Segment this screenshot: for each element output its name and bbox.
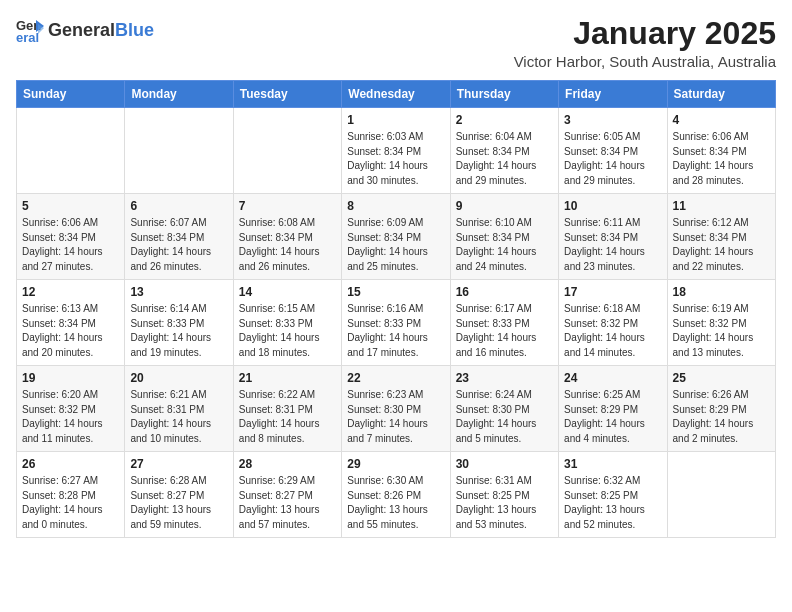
day-number: 4	[673, 113, 770, 127]
calendar-cell: 15Sunrise: 6:16 AM Sunset: 8:33 PM Dayli…	[342, 280, 450, 366]
logo-blue-text: Blue	[115, 20, 154, 41]
day-info: Sunrise: 6:06 AM Sunset: 8:34 PM Dayligh…	[22, 216, 119, 274]
day-number: 30	[456, 457, 553, 471]
calendar-cell: 16Sunrise: 6:17 AM Sunset: 8:33 PM Dayli…	[450, 280, 558, 366]
calendar-cell: 1Sunrise: 6:03 AM Sunset: 8:34 PM Daylig…	[342, 108, 450, 194]
page-header: Gen eral General Blue January 2025 Victo…	[16, 16, 776, 70]
calendar-cell: 25Sunrise: 6:26 AM Sunset: 8:29 PM Dayli…	[667, 366, 775, 452]
title-block: January 2025 Victor Harbor, South Austra…	[514, 16, 776, 70]
weekday-header-sunday: Sunday	[17, 81, 125, 108]
svg-text:eral: eral	[16, 30, 39, 44]
calendar-cell	[17, 108, 125, 194]
day-info: Sunrise: 6:27 AM Sunset: 8:28 PM Dayligh…	[22, 474, 119, 532]
day-info: Sunrise: 6:21 AM Sunset: 8:31 PM Dayligh…	[130, 388, 227, 446]
logo-icon: Gen eral	[16, 16, 44, 44]
day-number: 25	[673, 371, 770, 385]
logo-general-text: General	[48, 20, 115, 41]
day-number: 24	[564, 371, 661, 385]
calendar-cell	[125, 108, 233, 194]
day-info: Sunrise: 6:22 AM Sunset: 8:31 PM Dayligh…	[239, 388, 336, 446]
calendar-title: January 2025	[514, 16, 776, 51]
calendar-cell: 5Sunrise: 6:06 AM Sunset: 8:34 PM Daylig…	[17, 194, 125, 280]
day-info: Sunrise: 6:04 AM Sunset: 8:34 PM Dayligh…	[456, 130, 553, 188]
calendar-cell: 4Sunrise: 6:06 AM Sunset: 8:34 PM Daylig…	[667, 108, 775, 194]
calendar-cell: 17Sunrise: 6:18 AM Sunset: 8:32 PM Dayli…	[559, 280, 667, 366]
day-number: 22	[347, 371, 444, 385]
day-info: Sunrise: 6:19 AM Sunset: 8:32 PM Dayligh…	[673, 302, 770, 360]
calendar-week-row: 19Sunrise: 6:20 AM Sunset: 8:32 PM Dayli…	[17, 366, 776, 452]
day-number: 13	[130, 285, 227, 299]
weekday-header-wednesday: Wednesday	[342, 81, 450, 108]
calendar-cell: 14Sunrise: 6:15 AM Sunset: 8:33 PM Dayli…	[233, 280, 341, 366]
day-number: 18	[673, 285, 770, 299]
weekday-header-thursday: Thursday	[450, 81, 558, 108]
day-number: 5	[22, 199, 119, 213]
weekday-header-row: SundayMondayTuesdayWednesdayThursdayFrid…	[17, 81, 776, 108]
calendar-week-row: 12Sunrise: 6:13 AM Sunset: 8:34 PM Dayli…	[17, 280, 776, 366]
day-info: Sunrise: 6:18 AM Sunset: 8:32 PM Dayligh…	[564, 302, 661, 360]
day-number: 14	[239, 285, 336, 299]
calendar-cell: 30Sunrise: 6:31 AM Sunset: 8:25 PM Dayli…	[450, 452, 558, 538]
weekday-header-tuesday: Tuesday	[233, 81, 341, 108]
day-number: 20	[130, 371, 227, 385]
day-number: 23	[456, 371, 553, 385]
day-info: Sunrise: 6:15 AM Sunset: 8:33 PM Dayligh…	[239, 302, 336, 360]
day-info: Sunrise: 6:23 AM Sunset: 8:30 PM Dayligh…	[347, 388, 444, 446]
calendar-cell: 18Sunrise: 6:19 AM Sunset: 8:32 PM Dayli…	[667, 280, 775, 366]
day-number: 6	[130, 199, 227, 213]
calendar-cell: 9Sunrise: 6:10 AM Sunset: 8:34 PM Daylig…	[450, 194, 558, 280]
day-number: 9	[456, 199, 553, 213]
day-number: 15	[347, 285, 444, 299]
day-number: 1	[347, 113, 444, 127]
day-number: 21	[239, 371, 336, 385]
day-number: 27	[130, 457, 227, 471]
calendar-cell: 6Sunrise: 6:07 AM Sunset: 8:34 PM Daylig…	[125, 194, 233, 280]
calendar-cell: 27Sunrise: 6:28 AM Sunset: 8:27 PM Dayli…	[125, 452, 233, 538]
day-number: 12	[22, 285, 119, 299]
weekday-header-saturday: Saturday	[667, 81, 775, 108]
calendar-cell	[667, 452, 775, 538]
weekday-header-monday: Monday	[125, 81, 233, 108]
calendar-cell: 3Sunrise: 6:05 AM Sunset: 8:34 PM Daylig…	[559, 108, 667, 194]
calendar-cell: 24Sunrise: 6:25 AM Sunset: 8:29 PM Dayli…	[559, 366, 667, 452]
day-number: 2	[456, 113, 553, 127]
calendar-cell: 11Sunrise: 6:12 AM Sunset: 8:34 PM Dayli…	[667, 194, 775, 280]
calendar-cell: 23Sunrise: 6:24 AM Sunset: 8:30 PM Dayli…	[450, 366, 558, 452]
calendar-table: SundayMondayTuesdayWednesdayThursdayFrid…	[16, 80, 776, 538]
day-info: Sunrise: 6:07 AM Sunset: 8:34 PM Dayligh…	[130, 216, 227, 274]
day-number: 19	[22, 371, 119, 385]
day-info: Sunrise: 6:16 AM Sunset: 8:33 PM Dayligh…	[347, 302, 444, 360]
calendar-cell: 13Sunrise: 6:14 AM Sunset: 8:33 PM Dayli…	[125, 280, 233, 366]
weekday-header-friday: Friday	[559, 81, 667, 108]
calendar-cell: 29Sunrise: 6:30 AM Sunset: 8:26 PM Dayli…	[342, 452, 450, 538]
day-info: Sunrise: 6:20 AM Sunset: 8:32 PM Dayligh…	[22, 388, 119, 446]
day-info: Sunrise: 6:13 AM Sunset: 8:34 PM Dayligh…	[22, 302, 119, 360]
calendar-cell: 22Sunrise: 6:23 AM Sunset: 8:30 PM Dayli…	[342, 366, 450, 452]
calendar-cell: 19Sunrise: 6:20 AM Sunset: 8:32 PM Dayli…	[17, 366, 125, 452]
calendar-cell	[233, 108, 341, 194]
day-info: Sunrise: 6:28 AM Sunset: 8:27 PM Dayligh…	[130, 474, 227, 532]
calendar-week-row: 26Sunrise: 6:27 AM Sunset: 8:28 PM Dayli…	[17, 452, 776, 538]
day-info: Sunrise: 6:24 AM Sunset: 8:30 PM Dayligh…	[456, 388, 553, 446]
day-number: 10	[564, 199, 661, 213]
calendar-cell: 21Sunrise: 6:22 AM Sunset: 8:31 PM Dayli…	[233, 366, 341, 452]
calendar-cell: 20Sunrise: 6:21 AM Sunset: 8:31 PM Dayli…	[125, 366, 233, 452]
day-info: Sunrise: 6:11 AM Sunset: 8:34 PM Dayligh…	[564, 216, 661, 274]
day-info: Sunrise: 6:17 AM Sunset: 8:33 PM Dayligh…	[456, 302, 553, 360]
day-number: 11	[673, 199, 770, 213]
day-number: 28	[239, 457, 336, 471]
day-info: Sunrise: 6:32 AM Sunset: 8:25 PM Dayligh…	[564, 474, 661, 532]
day-number: 31	[564, 457, 661, 471]
day-info: Sunrise: 6:25 AM Sunset: 8:29 PM Dayligh…	[564, 388, 661, 446]
calendar-week-row: 5Sunrise: 6:06 AM Sunset: 8:34 PM Daylig…	[17, 194, 776, 280]
calendar-cell: 7Sunrise: 6:08 AM Sunset: 8:34 PM Daylig…	[233, 194, 341, 280]
day-info: Sunrise: 6:26 AM Sunset: 8:29 PM Dayligh…	[673, 388, 770, 446]
day-number: 3	[564, 113, 661, 127]
day-info: Sunrise: 6:30 AM Sunset: 8:26 PM Dayligh…	[347, 474, 444, 532]
day-number: 8	[347, 199, 444, 213]
calendar-week-row: 1Sunrise: 6:03 AM Sunset: 8:34 PM Daylig…	[17, 108, 776, 194]
day-info: Sunrise: 6:05 AM Sunset: 8:34 PM Dayligh…	[564, 130, 661, 188]
calendar-cell: 2Sunrise: 6:04 AM Sunset: 8:34 PM Daylig…	[450, 108, 558, 194]
day-info: Sunrise: 6:09 AM Sunset: 8:34 PM Dayligh…	[347, 216, 444, 274]
day-number: 17	[564, 285, 661, 299]
